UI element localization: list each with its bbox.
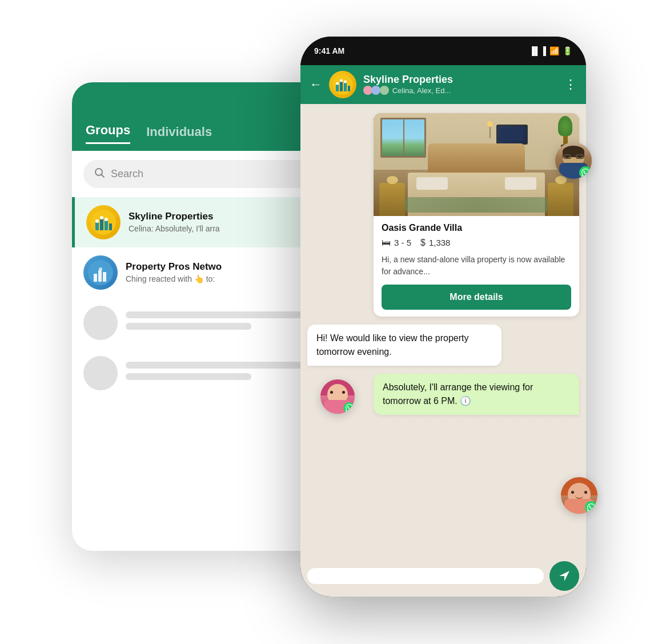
search-icon <box>94 167 105 181</box>
svg-point-7 <box>95 219 99 223</box>
chat-members-text: Celina, Alex, Ed... <box>392 86 451 95</box>
bedroom-scene <box>374 113 579 216</box>
pillow-right <box>505 177 536 190</box>
svg-point-14 <box>99 267 102 271</box>
bed-icon: 🛏 <box>382 238 391 248</box>
svg-rect-3 <box>95 222 99 230</box>
received-message-1: Hi! We would like to view the property t… <box>307 325 501 366</box>
placeholder-line-name-2 <box>126 362 303 369</box>
phone-notch <box>403 42 471 59</box>
svg-rect-4 <box>100 219 103 230</box>
propnet-avatar <box>83 255 118 290</box>
placeholder-avatar-1 <box>83 306 118 340</box>
wa-badge-man <box>579 166 592 179</box>
wall-lamp <box>486 121 495 138</box>
svg-point-8 <box>100 216 103 219</box>
chat-input[interactable] <box>307 568 544 584</box>
chat-header-avatar <box>329 71 356 98</box>
rug <box>405 197 548 213</box>
chat-input-area <box>300 555 586 597</box>
svg-rect-11 <box>94 274 97 282</box>
beds-range: 3 - 5 <box>394 238 411 247</box>
status-icons: ▐▌▐ 📶 🔋 <box>529 46 572 55</box>
tab-groups[interactable]: Groups <box>86 123 130 144</box>
property-specs: 🛏 3 - 5 $ 1,338 <box>382 238 571 248</box>
tab-individuals[interactable]: Individuals <box>146 125 212 144</box>
headboard <box>428 143 525 177</box>
scene: Groups Individuals Search <box>72 37 586 608</box>
bedroom-window <box>380 118 426 158</box>
pillow-left <box>416 177 448 190</box>
placeholder-avatar-2 <box>83 356 118 390</box>
chat-members: Celina, Alex, Ed... <box>363 86 557 95</box>
svg-point-21 <box>340 79 343 82</box>
property-price: 1,338 <box>429 238 451 247</box>
svg-rect-17 <box>340 82 343 91</box>
property-image <box>374 113 579 216</box>
property-card-body: Oasis Grande Villa 🛏 3 - 5 $ 1,338 Hi, a… <box>374 216 579 317</box>
svg-rect-6 <box>109 223 112 230</box>
price-spec: $ 1,338 <box>420 238 450 248</box>
chat-header: ← <box>300 65 586 104</box>
chat-body: Oasis Grande Villa 🛏 3 - 5 $ 1,338 Hi, a… <box>300 104 586 555</box>
status-bar: 9:41 AM ▐▌▐ 📶 🔋 <box>300 37 586 65</box>
chat-phone: 9:41 AM ▐▌▐ 📶 🔋 ← <box>300 37 586 597</box>
sent-message-1: Absolutely, I'll arrange the viewing for… <box>374 374 579 415</box>
svg-rect-13 <box>103 272 106 282</box>
floating-avatar-woman <box>561 477 597 514</box>
svg-rect-12 <box>98 270 102 282</box>
status-time: 9:41 AM <box>314 46 344 55</box>
wifi-icon: 📶 <box>549 46 559 55</box>
received-text-1: Hi! We would like to view the property t… <box>316 333 468 357</box>
svg-rect-16 <box>336 85 339 91</box>
search-placeholder-text: Search <box>111 168 143 180</box>
more-details-button[interactable]: More details <box>382 285 571 310</box>
bedroom-tv <box>496 125 528 145</box>
svg-point-22 <box>344 80 347 83</box>
placeholder-line-preview <box>126 323 251 330</box>
floating-avatar-man <box>555 142 592 179</box>
property-description: Hi, a new stand-alone villa property is … <box>382 254 571 278</box>
svg-line-1 <box>102 174 105 177</box>
beds-spec: 🛏 3 - 5 <box>382 238 411 248</box>
svg-point-9 <box>105 218 108 221</box>
property-title: Oasis Grande Villa <box>382 223 571 233</box>
more-options-button[interactable]: ⋮ <box>564 77 577 92</box>
search-bar[interactable]: Search <box>83 160 335 188</box>
chat-header-info: Skyline Properties Celina, Alex, Ed... <box>363 74 557 95</box>
wa-badge-pink <box>343 402 355 414</box>
placeholder-line-preview-2 <box>126 373 251 380</box>
skyline-avatar <box>86 205 121 239</box>
svg-point-20 <box>336 82 339 85</box>
wa-badge-woman <box>585 501 597 514</box>
nightstand-left <box>379 183 405 216</box>
svg-rect-5 <box>105 221 108 230</box>
property-card-message: Oasis Grande Villa 🛏 3 - 5 $ 1,338 Hi, a… <box>374 113 579 317</box>
chat-contact-name: Skyline Properties <box>363 74 557 86</box>
svg-rect-18 <box>344 83 347 91</box>
nightstand-right <box>548 183 573 216</box>
placeholder-line-name <box>126 311 303 318</box>
floating-avatar-pink <box>320 379 355 414</box>
back-button[interactable]: ← <box>310 77 322 92</box>
battery-icon: 🔋 <box>563 46 572 55</box>
send-button[interactable] <box>549 561 579 591</box>
dollar-icon: $ <box>420 238 426 248</box>
sent-text-1: Absolutely, I'll arrange the viewing for… <box>383 382 533 406</box>
signal-icon: ▐▌▐ <box>529 46 546 55</box>
chat-tabs: Groups Individuals <box>86 123 332 144</box>
svg-rect-19 <box>348 86 350 91</box>
